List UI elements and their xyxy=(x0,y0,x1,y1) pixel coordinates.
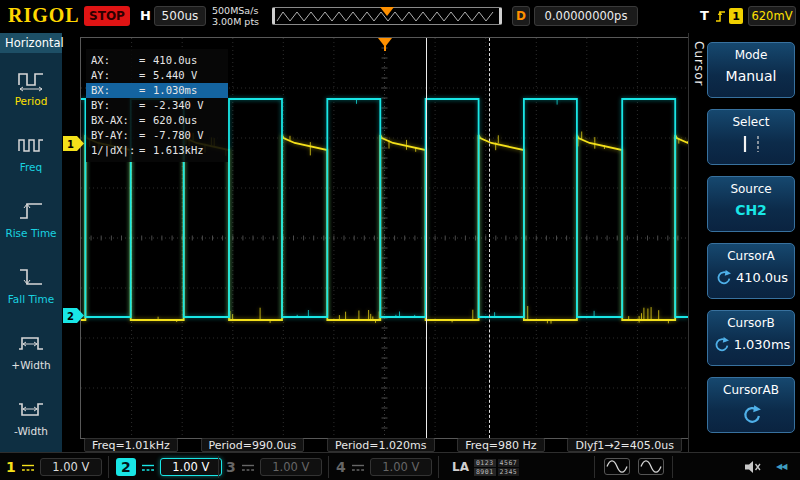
menu-item-pos-width[interactable]: +Width xyxy=(0,330,62,383)
divider xyxy=(672,456,673,478)
la-label: LA xyxy=(452,460,469,474)
menu-item-freq[interactable]: Freq xyxy=(0,132,62,185)
channel-2-status-selected[interactable]: 2 1.00 V xyxy=(116,457,222,477)
ch1-marker-number: 1 xyxy=(67,139,74,150)
memory-position-bar[interactable] xyxy=(272,7,502,25)
ch1-position-marker[interactable]: 1 xyxy=(63,136,85,151)
rotate-knob-icon xyxy=(712,336,730,352)
menu-button-mode[interactable]: Mode Manual xyxy=(707,42,795,98)
channel-status-bar: 1 1.00 V 2 1.00 V 3 1.00 V xyxy=(0,452,800,480)
button-value: CH2 xyxy=(708,202,794,218)
menu-item-label: Rise Time xyxy=(5,227,56,239)
cursor-a-line[interactable] xyxy=(426,38,427,438)
channel-2-number: 2 xyxy=(116,458,136,476)
menu-item-label: -Width xyxy=(14,425,48,437)
menu-item-fall-time[interactable]: Fall Time xyxy=(0,264,62,317)
button-label: CursorAB xyxy=(708,383,794,397)
channel-4-number: 4 xyxy=(336,459,346,475)
channel-4-status[interactable]: 4 1.00 V xyxy=(336,457,432,477)
top-status-bar: RIGOL STOP H 500us 500MSa/s 3.00M pts D … xyxy=(0,0,800,33)
readout-row-ay: AY:=5.440 V xyxy=(86,68,228,83)
divider xyxy=(438,456,439,478)
menu-tab-title: Cursor xyxy=(692,41,706,86)
channel-4-scale: 1.00 V xyxy=(370,458,432,476)
waveform-display-area: AX:=410.0us AY:=5.440 V BX:=1.030ms BY:=… xyxy=(80,37,689,439)
dc-coupling-icon xyxy=(241,463,255,472)
button-label: Mode xyxy=(708,48,794,62)
measurement-freq-ch2: Freq=980 Hz xyxy=(457,438,544,452)
left-measure-menu: Horizontal Period Freq Rise Time xyxy=(0,33,62,452)
trigger-level-value[interactable]: 620mV xyxy=(748,6,796,26)
menu-item-label: +Width xyxy=(11,359,50,371)
la-digits-group: 8901 xyxy=(474,468,496,476)
cursor-readout-panel: AX:=410.0us AY:=5.440 V BX:=1.030ms BY:=… xyxy=(86,49,228,162)
channel-1-number: 1 xyxy=(6,459,16,475)
measurement-results-bar: Freq=1.01kHz Period=990.0us Period=1.020… xyxy=(84,438,682,452)
cursor-b-value: 1.030ms xyxy=(734,337,791,352)
menu-item-period[interactable]: Period xyxy=(0,66,62,119)
dc-coupling-icon xyxy=(351,463,365,472)
ch2-marker-number: 2 xyxy=(67,311,74,322)
channel-2-scale: 1.00 V xyxy=(160,458,222,476)
menu-button-cursor-a[interactable]: CursorA 410.0us xyxy=(707,243,795,299)
acquisition-info: 500MSa/s 3.00M pts xyxy=(212,5,259,27)
menu-item-rise-time[interactable]: Rise Time xyxy=(0,198,62,251)
memory-depth-value: 3.00M pts xyxy=(212,16,259,27)
menu-item-neg-width[interactable]: -Width xyxy=(0,396,62,449)
measurement-freq-ch1: Freq=1.01kHz xyxy=(84,438,178,452)
channel-3-status[interactable]: 3 1.00 V xyxy=(226,457,322,477)
collapse-menu-icon[interactable]: ◀◀ xyxy=(776,462,786,471)
run-state-badge[interactable]: STOP xyxy=(84,6,130,26)
la-digits-group: 2345 xyxy=(498,468,520,476)
source1-waveform-icon[interactable] xyxy=(604,458,630,475)
cursor-b-line[interactable] xyxy=(489,38,490,438)
channel-1-status[interactable]: 1 1.00 V xyxy=(6,457,102,477)
sample-rate-value: 500MSa/s xyxy=(212,5,259,16)
trigger-source-badge[interactable]: 1 xyxy=(729,8,743,24)
sine-icon xyxy=(640,460,662,473)
sine-icon xyxy=(606,460,628,473)
timebase-value[interactable]: 500us xyxy=(154,6,206,26)
fall-time-icon xyxy=(17,264,45,290)
channel-3-scale: 1.00 V xyxy=(260,458,322,476)
speaker-muted-icon[interactable] xyxy=(744,460,762,474)
menu-button-source[interactable]: Source CH2 xyxy=(707,176,795,232)
pos-width-icon xyxy=(17,330,45,356)
readout-row-bx-ax: BX-AX:=620.0us xyxy=(86,113,228,128)
button-value: Manual xyxy=(708,68,794,84)
rotate-knob-icon xyxy=(740,404,762,424)
readout-row-inv-dx: 1/|dX|:=1.613kHz xyxy=(86,143,228,158)
cursor-select-icon xyxy=(731,133,771,155)
ch2-noise-spikes xyxy=(297,99,594,317)
horizontal-system-label: H xyxy=(140,8,151,23)
oscilloscope-screen: RIGOL STOP H 500us 500MSa/s 3.00M pts D … xyxy=(0,0,800,480)
trigger-position-marker-stem xyxy=(384,46,386,51)
dc-coupling-icon xyxy=(21,463,35,472)
source2-waveform-icon[interactable] xyxy=(638,458,664,475)
dc-coupling-icon xyxy=(141,463,155,472)
channel-3-number: 3 xyxy=(226,459,236,475)
menu-item-label: Period xyxy=(15,95,48,107)
rotate-knob-icon xyxy=(714,269,732,285)
la-digital-status[interactable]: LA 0123 4567 8901 2345 xyxy=(452,457,519,477)
ch2-position-marker[interactable]: 2 xyxy=(63,308,85,323)
delay-value: 0.00000000ps xyxy=(534,6,638,26)
right-function-menu: Cursor Mode Manual Select Source CH2 xyxy=(688,33,800,452)
menu-item-label: Fall Time xyxy=(8,293,54,305)
divider xyxy=(108,456,109,478)
period-icon xyxy=(17,66,45,92)
menu-button-select[interactable]: Select xyxy=(707,109,795,165)
la-digits-group: 0123 xyxy=(474,459,496,467)
menu-button-cursor-ab[interactable]: CursorAB xyxy=(707,377,795,433)
trigger-position-indicator-top[interactable] xyxy=(380,7,394,16)
button-label: CursorB xyxy=(708,316,794,330)
divider xyxy=(328,456,329,478)
trigger-edge-icon xyxy=(714,8,727,24)
delay-label: D xyxy=(512,6,530,26)
menu-button-cursor-b[interactable]: CursorB 1.030ms xyxy=(707,310,795,366)
button-label: CursorA xyxy=(708,249,794,263)
trigger-system-label: T xyxy=(700,8,709,23)
rise-time-icon xyxy=(17,198,45,224)
readout-row-by-ay: BY-AY:=-7.780 V xyxy=(86,128,228,143)
readout-row-bx-highlighted: BX:=1.030ms xyxy=(86,83,228,98)
